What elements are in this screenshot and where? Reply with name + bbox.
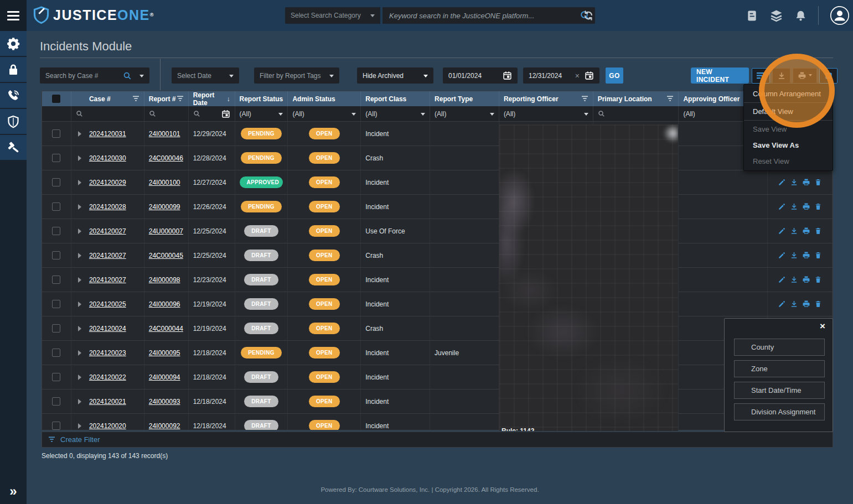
search-icon[interactable]	[193, 110, 200, 117]
expand-row-icon[interactable]	[78, 302, 84, 307]
delete-icon[interactable]	[814, 276, 822, 284]
print-button[interactable]	[793, 68, 817, 84]
row-checkbox[interactable]	[52, 422, 60, 430]
report-link[interactable]: 24I000098	[149, 276, 180, 284]
column-header-report-[interactable]: Report #	[144, 91, 189, 106]
edit-icon[interactable]	[778, 178, 786, 186]
row-checkbox[interactable]	[52, 349, 60, 357]
column-header-case-[interactable]: Case #	[71, 91, 144, 106]
report-link[interactable]: 24I000093	[149, 398, 180, 406]
create-filter-link[interactable]: Create Filter	[60, 435, 100, 444]
layers-icon[interactable]	[769, 9, 783, 23]
column-header-report-type[interactable]: Report Type	[430, 91, 499, 106]
menu-item-column-arrangement[interactable]: Column Arrangement	[744, 86, 833, 102]
sidebar-item-shield-icon[interactable]	[0, 109, 27, 134]
download-icon[interactable]	[790, 202, 798, 211]
filter-funnel-icon[interactable]	[581, 96, 588, 102]
hide-archived-dropdown[interactable]: Hide Archived	[357, 67, 433, 84]
user-avatar-icon[interactable]	[830, 6, 850, 25]
view-options-button[interactable]	[752, 68, 770, 84]
grid-filter-cell[interactable]	[189, 106, 235, 121]
case-link[interactable]: 2024120020	[89, 422, 126, 430]
report-link[interactable]: 24C000045	[149, 252, 183, 259]
filter-funnel-icon[interactable]	[666, 96, 674, 102]
grid-filter-cell[interactable]: (All)	[235, 106, 288, 121]
row-checkbox[interactable]	[52, 154, 60, 162]
delete-icon[interactable]	[814, 300, 822, 308]
report-link[interactable]: 24I000094	[149, 373, 180, 381]
new-incident-button[interactable]: NEW INCIDENT	[691, 67, 749, 84]
report-tags-dropdown[interactable]: Filter by Report Tags	[254, 67, 339, 84]
row-checkbox[interactable]	[52, 373, 60, 381]
print-icon[interactable]	[802, 251, 810, 259]
sidebar-item-dispatch-phone-icon[interactable]	[0, 83, 27, 108]
grid-filter-cell[interactable]	[144, 106, 189, 121]
report-link[interactable]: 24C000044	[149, 325, 183, 332]
search-icon[interactable]	[76, 110, 83, 117]
hamburger-menu-icon[interactable]	[0, 0, 27, 31]
report-link[interactable]: 24I000096	[149, 300, 180, 308]
report-link[interactable]: 24I000092	[149, 422, 180, 430]
expand-row-icon[interactable]	[78, 399, 84, 404]
zone-button[interactable]: Zone	[734, 360, 825, 377]
row-checkbox[interactable]	[52, 300, 60, 308]
row-checkbox[interactable]	[52, 178, 60, 186]
select-all-header-cell[interactable]	[42, 91, 71, 106]
report-link[interactable]: 24I000099	[149, 203, 180, 211]
column-header-report-status[interactable]: Report Status	[235, 91, 288, 106]
row-checkbox[interactable]	[52, 251, 60, 259]
delete-icon[interactable]	[814, 202, 822, 211]
print-icon[interactable]	[802, 300, 810, 308]
row-checkbox[interactable]	[52, 202, 60, 211]
expand-row-icon[interactable]	[78, 155, 84, 161]
filter-funnel-icon[interactable]	[177, 96, 184, 102]
delete-icon[interactable]	[814, 178, 822, 186]
grid-view-button[interactable]	[819, 68, 838, 84]
refresh-search-icon[interactable]	[582, 9, 594, 22]
expand-row-icon[interactable]	[78, 326, 84, 331]
division-assignment-button[interactable]: Division Assignment	[734, 403, 825, 420]
calendar-icon[interactable]	[585, 71, 594, 80]
grid-filter-cell[interactable]	[593, 106, 679, 121]
calendar-icon[interactable]	[503, 71, 512, 80]
close-icon[interactable]: ×	[820, 321, 825, 332]
case-link[interactable]: 2024120022	[89, 373, 126, 381]
search-icon[interactable]	[598, 110, 605, 117]
report-link[interactable]: 24I000095	[149, 349, 180, 357]
grid-filter-cell[interactable]: (All)	[361, 106, 430, 121]
expand-row-icon[interactable]	[78, 375, 84, 380]
edit-icon[interactable]	[778, 202, 786, 211]
download-icon[interactable]	[790, 276, 798, 284]
column-header-primary-location[interactable]: Primary Location	[593, 91, 679, 106]
download-icon[interactable]	[790, 178, 798, 186]
global-search-input[interactable]: Keyword search in the JusticeONE platfor…	[389, 12, 580, 20]
delete-icon[interactable]	[814, 227, 822, 235]
search-icon[interactable]	[149, 110, 156, 117]
edit-icon[interactable]	[778, 300, 786, 308]
search-icon[interactable]	[123, 71, 132, 80]
report-link[interactable]: 24U000007	[149, 227, 183, 235]
row-checkbox[interactable]	[52, 276, 60, 284]
expand-row-icon[interactable]	[78, 228, 84, 234]
expand-row-icon[interactable]	[78, 180, 84, 185]
case-link[interactable]: 2024120030	[89, 154, 126, 162]
case-link[interactable]: 2024120024	[89, 325, 126, 332]
case-search-input[interactable]: Search by Case #	[40, 67, 149, 84]
case-link[interactable]: 2024120029	[89, 179, 126, 186]
clear-date-icon[interactable]: ×	[575, 71, 580, 80]
expand-row-icon[interactable]	[78, 277, 84, 283]
case-link[interactable]: 2024120027	[89, 276, 126, 284]
date-from-input[interactable]: 01/01/2024	[443, 67, 518, 84]
download-button[interactable]	[772, 68, 790, 84]
case-link[interactable]: 2024120028	[89, 203, 126, 211]
expand-row-icon[interactable]	[78, 423, 84, 429]
print-icon[interactable]	[802, 227, 810, 235]
county-button[interactable]: County	[734, 339, 825, 356]
print-icon[interactable]	[802, 178, 810, 186]
case-link[interactable]: 2024120021	[89, 398, 126, 406]
grid-filter-cell[interactable]: (All)	[288, 106, 361, 121]
report-link[interactable]: 24C000046	[149, 154, 183, 162]
search-category-select[interactable]: Select Search Category	[285, 7, 380, 24]
sidebar-item-security-lock-icon[interactable]	[0, 57, 27, 82]
delete-icon[interactable]	[814, 251, 822, 259]
